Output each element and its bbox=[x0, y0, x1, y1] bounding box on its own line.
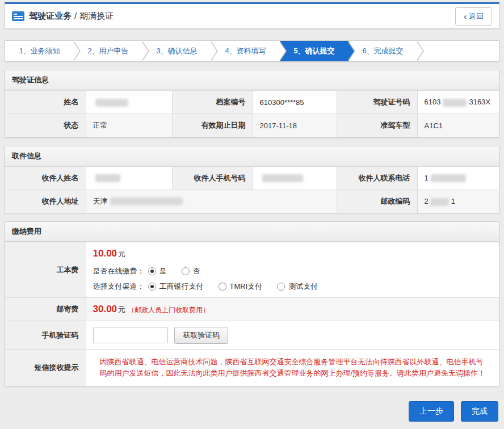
fees-section: 缴纳费用 工本费 10.00元 是否在线缴费： 是 否 bbox=[5, 221, 499, 386]
postal-prefix: 2 bbox=[425, 197, 429, 205]
redacted-text bbox=[110, 197, 183, 205]
field-label-name: 姓名 bbox=[5, 91, 86, 114]
radio-icon bbox=[148, 267, 156, 275]
back-button[interactable]: ‹ 返回 bbox=[455, 7, 492, 26]
field-value-status: 正常 bbox=[86, 114, 172, 137]
field-label-file-no: 档案编号 bbox=[172, 91, 253, 114]
address-prefix: 天津 bbox=[93, 197, 108, 205]
get-sms-code-button[interactable]: 获取验证码 bbox=[174, 327, 228, 344]
field-label-recipient-phone: 收件人联系电话 bbox=[337, 166, 417, 190]
step-4-fill-data: 4、资料填写 bbox=[211, 41, 280, 61]
field-value-recipient-mobile bbox=[253, 166, 337, 190]
page-title-wrap: 驾驶证业务/期满换证 bbox=[12, 11, 114, 22]
radio-channel-test[interactable]: 测试支付 bbox=[277, 281, 318, 292]
back-chevron-icon: ‹ bbox=[464, 12, 467, 21]
field-value-file-no: 610300****85 bbox=[253, 91, 337, 114]
pickup-info-table: 收件人姓名 收件人手机号码 收件人联系电话 1 收件人地址 天津 邮政编码 21 bbox=[5, 166, 499, 213]
table-row: 收件人姓名 收件人手机号码 收件人联系电话 1 bbox=[5, 166, 499, 190]
table-row: 手机验证码 获取验证码 bbox=[5, 321, 499, 350]
field-label-sms-code: 手机验证码 bbox=[5, 321, 86, 350]
production-fee-amount-line: 10.00元 bbox=[93, 248, 499, 259]
redacted-text bbox=[262, 174, 303, 182]
field-label-license-no: 驾驶证号码 bbox=[337, 91, 417, 114]
postage-fee-note: （邮政人员上门收取费用） bbox=[128, 306, 209, 314]
step-2-declaration: 2、用户申告 bbox=[74, 41, 142, 61]
redacted-text bbox=[431, 174, 466, 182]
online-pay-label: 是否在线缴费： bbox=[93, 266, 145, 276]
field-value-vehicle-class: A1C1 bbox=[417, 114, 499, 137]
title-divider: / bbox=[74, 11, 77, 20]
redacted-text bbox=[443, 99, 467, 107]
postal-suffix: 1 bbox=[451, 197, 455, 205]
postage-fee-unit: 元 bbox=[118, 305, 125, 314]
field-value-name bbox=[86, 91, 172, 114]
step-label: 5、确认提交 bbox=[293, 46, 334, 56]
page-title: 驾驶证业务/期满换证 bbox=[29, 11, 114, 22]
field-label-postal-code: 邮政编码 bbox=[337, 190, 417, 213]
step-1-notice: 1、业务须知 bbox=[5, 41, 74, 61]
field-value-license-no: 61033163X bbox=[417, 91, 499, 114]
table-row: 工本费 10.00元 是否在线缴费： 是 否 选 bbox=[5, 242, 499, 298]
field-label-production-fee: 工本费 bbox=[5, 242, 86, 298]
step-3-confirm-info: 3、确认信息 bbox=[142, 41, 211, 61]
field-value-valid-until: 2017-11-18 bbox=[253, 114, 337, 137]
pay-channel-label: 选择支付渠道： bbox=[93, 281, 145, 292]
field-value-postal-code: 21 bbox=[417, 190, 499, 213]
license-info-table: 姓名 档案编号 610300****85 驾驶证号码 61033163X 状态 … bbox=[5, 90, 499, 137]
wizard-steps: 1、业务须知 2、用户申告 3、确认信息 4、资料填写 5、确认提交 6、完成提… bbox=[5, 40, 499, 62]
pickup-info-title: 取件信息 bbox=[5, 146, 499, 166]
radio-label: 是 bbox=[159, 266, 167, 276]
license-no-suffix: 3163X bbox=[469, 98, 490, 106]
radio-online-pay-no[interactable]: 否 bbox=[182, 266, 200, 276]
step-label: 6、完成提交 bbox=[362, 46, 403, 56]
field-value-recipient-address: 天津 bbox=[86, 190, 337, 213]
footer-actions: 上一步 完成 bbox=[5, 401, 499, 422]
phone-prefix: 1 bbox=[425, 174, 429, 182]
redacted-text bbox=[95, 99, 128, 107]
production-fee-cell: 10.00元 是否在线缴费： 是 否 选择支付渠道： bbox=[86, 242, 499, 298]
table-row: 状态 正常 有效期止日期 2017-11-18 准驾车型 A1C1 bbox=[5, 114, 499, 137]
prev-step-button[interactable]: 上一步 bbox=[409, 401, 454, 422]
radio-icon bbox=[182, 267, 190, 275]
radio-channel-tmri[interactable]: TMRI支付 bbox=[219, 281, 263, 292]
license-business-icon bbox=[12, 11, 24, 21]
back-button-label: 返回 bbox=[469, 11, 484, 22]
table-row: 收件人地址 天津 邮政编码 21 bbox=[5, 190, 499, 213]
title-subpage: 期满换证 bbox=[79, 11, 114, 20]
field-label-recipient-name: 收件人姓名 bbox=[5, 166, 86, 190]
sms-notice-cell: 因陕西省联通、电信运营商技术问题，陕西省互联网交通安全综合服务管理平台无法向持陕… bbox=[86, 350, 499, 386]
postage-fee-amount: 30.00 bbox=[93, 304, 117, 314]
license-info-title: 驾驶证信息 bbox=[5, 70, 499, 90]
radio-channel-icbc[interactable]: 工商银行支付 bbox=[148, 281, 204, 292]
field-value-recipient-phone: 1 bbox=[417, 166, 499, 190]
online-pay-row: 是否在线缴费： 是 否 bbox=[93, 266, 499, 276]
production-fee-amount: 10.00 bbox=[93, 248, 117, 259]
radio-label: 工商银行支付 bbox=[159, 281, 204, 292]
radio-online-pay-yes[interactable]: 是 bbox=[148, 266, 167, 276]
sms-code-input[interactable] bbox=[93, 327, 168, 343]
sms-code-cell: 获取验证码 bbox=[86, 321, 499, 350]
field-label-recipient-address: 收件人地址 bbox=[5, 190, 86, 213]
finish-button[interactable]: 完成 bbox=[461, 401, 498, 422]
field-label-recipient-mobile: 收件人手机号码 bbox=[172, 166, 253, 190]
license-info-section: 驾驶证信息 姓名 档案编号 610300****85 驾驶证号码 6103316… bbox=[5, 70, 499, 138]
field-label-sms-notice: 短信接收提示 bbox=[5, 350, 86, 386]
table-row: 邮寄费 30.00元（邮政人员上门收取费用） bbox=[5, 298, 499, 321]
radio-label: TMRI支付 bbox=[230, 281, 263, 292]
pickup-info-section: 取件信息 收件人姓名 收件人手机号码 收件人联系电话 1 收件人地址 天津 邮政… bbox=[5, 146, 499, 214]
radio-icon bbox=[148, 283, 156, 291]
step-label: 1、业务须知 bbox=[19, 46, 60, 56]
field-value-recipient-name bbox=[86, 166, 172, 190]
postage-fee-cell: 30.00元（邮政人员上门收取费用） bbox=[86, 298, 499, 321]
step-label: 2、用户申告 bbox=[87, 46, 128, 56]
table-row: 短信接收提示 因陕西省联通、电信运营商技术问题，陕西省互联网交通安全综合服务管理… bbox=[5, 350, 499, 386]
license-no-prefix: 6103 bbox=[425, 98, 441, 106]
step-label: 4、资料填写 bbox=[225, 46, 266, 56]
header-bar: 驾驶证业务/期满换证 ‹ 返回 bbox=[5, 2, 499, 29]
radio-label: 否 bbox=[193, 266, 200, 276]
redacted-text bbox=[95, 174, 120, 182]
step-5-confirm-submit: 5、确认提交 bbox=[280, 41, 348, 61]
field-label-status: 状态 bbox=[5, 114, 86, 137]
title-business: 驾驶证业务 bbox=[29, 11, 72, 20]
fees-table: 工本费 10.00元 是否在线缴费： 是 否 选 bbox=[5, 242, 499, 386]
